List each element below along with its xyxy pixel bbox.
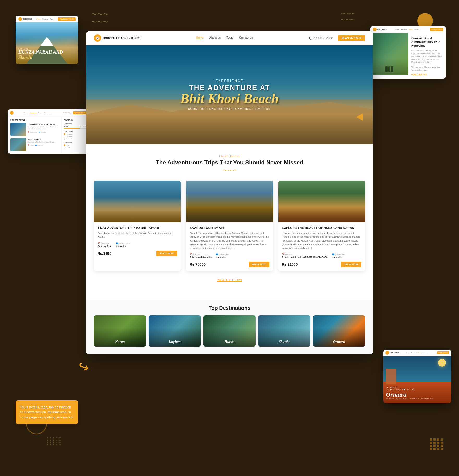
- nav-tours[interactable]: Tours: [226, 36, 233, 40]
- left-nav-home[interactable]: Home: [24, 112, 28, 114]
- topright-nav-home[interactable]: Home: [395, 29, 399, 30]
- group-value-3: Unlimited: [332, 256, 346, 258]
- tour-option-1[interactable]: 1-2 week: [64, 133, 87, 135]
- tour-length-title: Tour Length: [64, 131, 87, 132]
- hero-text-block: -EXPERIENCE- THE ADVENTURE AT Bhit Khori…: [180, 79, 279, 110]
- ormara-sun: [438, 359, 446, 367]
- left-nav-about[interactable]: About us: [30, 112, 36, 114]
- left-nav: Home About us Tours Contact us +92 337 7…: [8, 109, 89, 116]
- topleft-nav-cta[interactable]: PLAN MY TOUR: [58, 17, 76, 21]
- mini-tour-img-2: [10, 138, 26, 151]
- tour-options: 1-2 week 2-3 week 3-4 week: [64, 133, 87, 140]
- topright-cta[interactable]: CONTACT US: [430, 28, 443, 31]
- topright-image: [370, 33, 408, 75]
- filter-label: FILTER BY: [64, 119, 87, 121]
- topright-nav-contact[interactable]: Contact us: [414, 29, 421, 30]
- tour-card-2: Skardu Tour By Air Spend your weekend at…: [186, 181, 273, 271]
- topright-body: Our priority is to deliver better experi…: [411, 49, 443, 64]
- topright-logo: HODOPHILE: [373, 28, 387, 31]
- snow-cap: [40, 37, 53, 46]
- tour-card-3: EXPLORE THE BEAUTY OF HUNZA AND NARAN Ha…: [278, 181, 365, 271]
- tour-card-desc-1: Spend a weekend at the shore of the Arab…: [98, 231, 177, 239]
- topleft-logo-icon: [18, 17, 22, 21]
- nav-home[interactable]: Home: [196, 36, 203, 40]
- right-nav-contact[interactable]: Contact us: [423, 352, 430, 354]
- topleft-hero-text: EXPLORE HUNZA NARAH AND Skardu: [18, 48, 63, 60]
- dest-name-ormara: Ormara: [333, 340, 345, 344]
- left-logo: [10, 111, 14, 115]
- topright-content: Convinient and Affordable Trips With Hod…: [370, 33, 446, 79]
- tours-list: 5 TOURS FOUND 1 Day Adventure Trip to BH…: [8, 116, 62, 154]
- tour-card-footer-3: Rs.21000 BOOK NOW: [282, 262, 361, 267]
- mini-tour-desc-1: Spend your weekend at the shore of the A…: [28, 126, 59, 130]
- flash-deals-section: Flash Deals The Adventurous Trips That Y…: [86, 144, 373, 300]
- group-option-1[interactable]: 1-15: [64, 144, 87, 146]
- topright-more-link[interactable]: MORE ABOUT US: [411, 74, 443, 76]
- nav-cta-button[interactable]: PLAN MY TOUR: [338, 35, 365, 41]
- price-filter-title: Filter Price: [64, 123, 87, 125]
- book-btn-2[interactable]: BOOK NOW: [249, 262, 269, 267]
- left-nav-links: Home About us Tours Contact us: [15, 112, 61, 114]
- topleft-nav-tours[interactable]: Tours: [50, 18, 54, 20]
- group-value-2: Unlimited: [216, 256, 230, 258]
- topleft-nav-about[interactable]: About us: [42, 18, 48, 20]
- mini-duration-2: 📅 6 days: [28, 144, 34, 146]
- tour-option-2[interactable]: 2-3 week: [64, 136, 87, 137]
- group-meta-3: 👥 Group Size Unlimited: [332, 253, 346, 258]
- right-nav-links: Home About us Tours Contact us: [401, 352, 436, 354]
- right-nav-home[interactable]: Home: [406, 352, 410, 354]
- nav-contact[interactable]: Contact us: [239, 36, 253, 40]
- left-nav-tours[interactable]: Tours: [38, 112, 42, 114]
- range-slider[interactable]: [64, 128, 87, 129]
- mini-tour-info-2: Skardu Tour By Air Spend you relaxed in …: [28, 138, 59, 151]
- right-logo-icon: [385, 351, 389, 355]
- book-btn-1[interactable]: BOOK NOW: [156, 251, 177, 256]
- topright-nav-tours[interactable]: Tours: [408, 29, 412, 30]
- group-option-2[interactable]: 15-30: [64, 147, 87, 148]
- tour-card-meta-2: 📅 Duration 6 days and 5 nights 👥 Group S…: [190, 253, 269, 258]
- tour-price-1: Rs.3499: [98, 251, 111, 256]
- right-nav-about[interactable]: About us: [411, 352, 417, 354]
- mini-group-2: 👥 Unlimited: [35, 144, 43, 146]
- ormara-camping-label: CAMPING TRIP TO: [386, 388, 433, 391]
- left-nav-contact[interactable]: Contact us: [44, 112, 52, 114]
- dest-overlay-skardu: Skardu: [258, 315, 310, 347]
- tour-card-meta-3: 📅 Duration 7 days and 6 nights (FROM ISL…: [282, 253, 361, 258]
- topleft-nav-home[interactable]: Home: [36, 18, 40, 20]
- ormara-hero: -A NIGHT- CAMPING TRIP TO Ormara BONFIRE…: [383, 356, 451, 403]
- main-navbar: 🧭 HODOPHILE ADVENTURES Home About us Tou…: [86, 31, 373, 45]
- hero-title-main: Bhit Khori Beach: [180, 92, 279, 106]
- main-mockup: 🧭 HODOPHILE ADVENTURES Home About us Tou…: [86, 31, 373, 354]
- tour-option-3[interactable]: 3-4 week: [64, 138, 87, 140]
- hero-sub-label: -EXPERIENCE-: [180, 79, 279, 83]
- dest-card-kaghan[interactable]: Kaghan: [149, 315, 201, 347]
- nav-about[interactable]: About us: [209, 36, 221, 40]
- book-btn-3[interactable]: BOOK NOW: [341, 262, 362, 267]
- topleft-logo: HODOPHILE: [18, 17, 32, 21]
- duration-meta-3: 📅 Duration 7 days and 6 nights (FROM ISL…: [282, 253, 328, 258]
- ormara-destination-title: Ormara: [386, 391, 433, 398]
- topright-nav-links: Home About us Tours Contact us: [388, 29, 428, 30]
- tour-card-1: 1 Day Adventure Trip to BHIT KHORI Spend…: [94, 181, 181, 271]
- dest-card-ormara[interactable]: Ormara: [313, 315, 365, 347]
- mockup-topright: HODOPHILE Home About us Tours Contact us…: [370, 26, 446, 79]
- deco-waves-top-right: 〜〜〜〜〜〜: [341, 10, 355, 23]
- mockup-left: Home About us Tours Contact us +92 337 7…: [8, 109, 89, 154]
- group-label-1: 👥 Group Size: [116, 242, 130, 244]
- tour-card-desc-2: Spend your weekend at the heights of Ska…: [190, 231, 269, 250]
- topleft-nav-links: Home About us Tours: [34, 18, 56, 20]
- left-logo-icon: [10, 111, 14, 115]
- mini-tour-meta-1: 📅 Sunday Tour 👥 Unlimited: [28, 131, 59, 133]
- duration-meta-1: 📅 Duration Sunday Tour: [98, 242, 112, 248]
- dest-card-skardu[interactable]: Skardu: [258, 315, 310, 347]
- view-all-link[interactable]: VIEW ALL TOURS: [94, 279, 365, 282]
- left-cta[interactable]: PLAN MY TOUR: [73, 111, 87, 114]
- ormara-structure: [386, 369, 396, 384]
- right-cta[interactable]: CONTACT US: [437, 351, 449, 354]
- right-nav-tours[interactable]: Tours: [418, 352, 422, 354]
- destinations-grid: Naran Kaghan Hunza: [94, 315, 365, 347]
- topleft-hero-image: EXPLORE HUNZA NARAH AND Skardu: [16, 22, 78, 64]
- dest-card-naran[interactable]: Naran: [94, 315, 146, 347]
- topright-nav-about[interactable]: About us: [401, 29, 407, 30]
- dest-card-hunza[interactable]: Hunza: [203, 315, 256, 347]
